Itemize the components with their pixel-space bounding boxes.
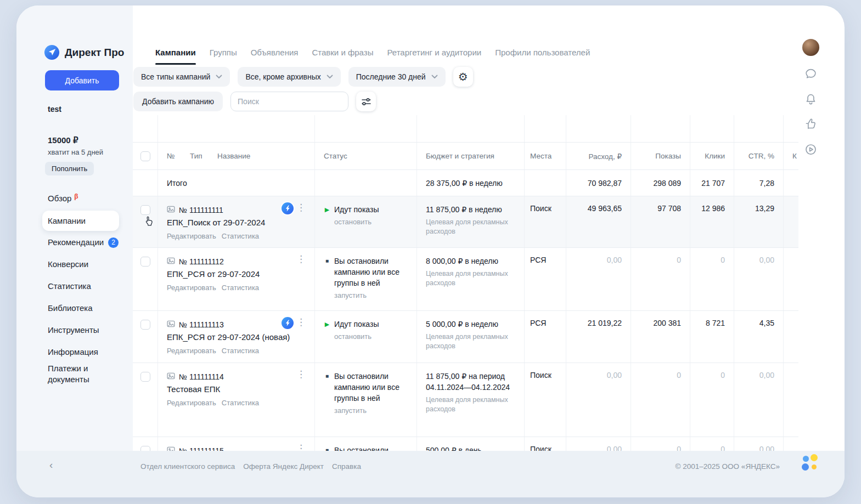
topup-button[interactable]: Пополнить <box>45 162 94 175</box>
sidebar-item-library[interactable]: Библиотека <box>16 297 133 319</box>
sidebar-item-information[interactable]: Информация <box>16 341 133 363</box>
add-button[interactable]: Добавить <box>45 70 119 90</box>
campaign-type-filter-label: Все типы кампаний <box>141 72 210 81</box>
sidebar-item-label: Обзор <box>48 193 71 204</box>
table-row[interactable]: № 111111114 Тестовая ЕПК Редактировать С… <box>133 363 798 437</box>
campaign-type-filter[interactable]: Все типы кампаний <box>133 67 230 87</box>
edit-link[interactable]: Редактировать <box>167 347 216 355</box>
filter-row: Все типы кампаний Все, кроме архивных По… <box>133 67 473 87</box>
edit-link[interactable]: Редактировать <box>167 284 216 292</box>
sidebar-item-label: Рекомендации <box>48 237 104 248</box>
shows-value: 0 <box>631 437 690 451</box>
tab-retargeting-audiences[interactable]: Ретаргетинг и аудитории <box>387 48 481 65</box>
sidebar-item-label: Статистика <box>48 281 91 292</box>
row-menu-button[interactable]: ⋮ <box>296 370 306 379</box>
table-row[interactable]: № 111111113 ЕПК_РСЯ от 29-07-2024 (новая… <box>133 311 798 363</box>
row-checkbox[interactable] <box>140 320 150 330</box>
campaign-number: № 111111114 <box>179 372 224 381</box>
avatar[interactable] <box>802 39 819 56</box>
totals-ctr: 7,28 <box>734 170 783 196</box>
edit-link[interactable]: Редактировать <box>167 399 216 407</box>
sidebar-item-tools[interactable]: Инструменты <box>16 319 133 341</box>
statistics-link[interactable]: Статистика <box>222 347 259 355</box>
archive-filter-label: Все, кроме архивных <box>245 72 320 81</box>
select-all-checkbox[interactable] <box>140 151 150 161</box>
sidebar-item-conversions[interactable]: Конверсии <box>16 253 133 275</box>
row-checkbox[interactable] <box>140 257 150 267</box>
add-campaign-button[interactable]: Добавить кампанию <box>133 92 223 111</box>
footer-link-offer[interactable]: Оферта Яндекс Директ <box>243 462 324 471</box>
sidebar-item-label: Платежи и документы <box>48 363 119 385</box>
statistics-link[interactable]: Статистика <box>222 232 259 240</box>
feedback-emoji-widget[interactable] <box>802 454 819 474</box>
statistics-link[interactable]: Статистика <box>222 399 259 407</box>
status-action-link[interactable]: запустить <box>334 291 417 299</box>
campaign-name[interactable]: ЕПК_Поиск от 29-07-2024 <box>167 217 296 228</box>
row-checkbox[interactable] <box>140 446 150 451</box>
row-checkbox[interactable] <box>140 372 150 382</box>
tab-bids-phrases[interactable]: Ставки и фразы <box>312 48 373 65</box>
shows-value: 200 381 <box>631 311 690 363</box>
sidebar-item-overview[interactable]: Обзор β <box>16 188 133 209</box>
tab-groups[interactable]: Группы <box>210 48 237 65</box>
tab-ads[interactable]: Объявления <box>251 48 299 65</box>
sidebar-item-payments[interactable]: Платежи и документы <box>16 363 133 385</box>
search-input[interactable] <box>230 92 348 111</box>
campaign-name[interactable]: Тестовая ЕПК <box>167 384 296 395</box>
statistics-link[interactable]: Статистика <box>222 284 259 292</box>
campaign-name[interactable]: ЕПК_РСЯ от 29-07-2024 (новая) <box>167 332 296 343</box>
tab-user-profiles[interactable]: Профили пользователей <box>495 48 590 65</box>
status-action-link[interactable]: остановить <box>334 218 417 226</box>
edit-link[interactable]: Редактировать <box>167 232 216 240</box>
status-stopped-icon: ■ <box>324 445 330 451</box>
row-menu-button[interactable]: ⋮ <box>296 444 306 451</box>
tab-campaigns[interactable]: Кампании <box>155 48 196 65</box>
campaign-number: № 111111113 <box>179 320 224 329</box>
col-header-spend: Расход, ₽ <box>566 143 631 169</box>
row-menu-button[interactable]: ⋮ <box>296 203 306 212</box>
spend-value: 0,00 <box>566 248 631 310</box>
sidebar-item-label: Инструменты <box>48 325 99 336</box>
sidebar-item-statistics[interactable]: Статистика <box>16 275 133 297</box>
chat-icon[interactable] <box>804 67 818 81</box>
col-header-shows: Показы <box>631 143 690 169</box>
footer-link-support[interactable]: Отдел клиентского сервиса <box>140 462 235 471</box>
campaign-name[interactable]: ЕПК_РСЯ от 29-07-2024 <box>167 269 296 280</box>
period-filter[interactable]: Последние 30 дней <box>348 67 446 87</box>
thumbs-up-icon[interactable] <box>804 117 818 131</box>
totals-budget: 28 375,00 ₽ в неделю <box>417 170 524 196</box>
table-row[interactable]: № 111111112 ЕПК_РСЯ от 29-07-2024 Редакт… <box>133 248 798 311</box>
logo-text: Директ Про <box>65 47 124 59</box>
play-circle-icon[interactable] <box>804 143 818 156</box>
table-row[interactable]: № 111111115 ⋮ ■Вы остановили 500,00 ₽ в … <box>133 437 798 451</box>
clicks-value: 0 <box>690 248 734 310</box>
sidebar-collapse-button[interactable]: ‹ <box>49 459 53 471</box>
sidebar-item-campaigns[interactable]: Кампании <box>42 211 119 231</box>
emoji-dot <box>802 463 809 471</box>
table-header: № Тип Название Статус Бюджет и стратегия… <box>133 143 798 170</box>
col-header-conversions: К <box>783 143 798 169</box>
bell-icon[interactable] <box>804 92 818 106</box>
spend-value: 49 963,65 <box>566 196 631 247</box>
table-row[interactable]: № 111111111 ЕПК_Поиск от 29-07-2024 Реда… <box>133 196 798 248</box>
campaign-type-icon <box>167 320 175 330</box>
archive-filter[interactable]: Все, кроме архивных <box>238 67 340 87</box>
settings-button[interactable]: ⚙ <box>453 67 473 87</box>
footer-link-help[interactable]: Справка <box>332 462 361 471</box>
account-name[interactable]: test <box>48 105 61 114</box>
row-menu-button[interactable]: ⋮ <box>296 254 306 264</box>
columns-settings-button[interactable] <box>356 92 376 111</box>
mouse-cursor <box>143 215 154 228</box>
campaigns-table: № Тип Название Статус Бюджет и стратегия… <box>133 115 798 451</box>
col-header-name: Название <box>217 152 250 160</box>
balance-amount: 15000 ₽ <box>48 135 78 145</box>
shows-value: 0 <box>631 363 690 437</box>
boost-badge-icon[interactable] <box>282 317 294 329</box>
row-menu-button[interactable]: ⋮ <box>296 318 306 327</box>
boost-badge-icon[interactable] <box>282 202 294 214</box>
sidebar-item-recommendations[interactable]: Рекомендации 2 <box>16 231 133 253</box>
logo[interactable]: Директ Про <box>44 44 124 60</box>
status-action-link[interactable]: запустить <box>334 406 417 415</box>
status-action-link[interactable]: остановить <box>334 332 417 341</box>
row-checkbox[interactable] <box>140 205 150 215</box>
